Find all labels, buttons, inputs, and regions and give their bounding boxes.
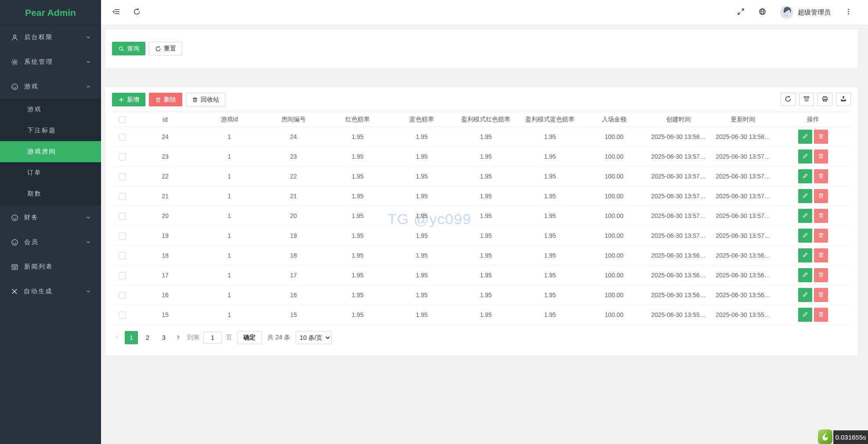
delete-row-button[interactable] xyxy=(814,189,828,203)
row-actions-cell xyxy=(775,266,851,285)
add-button[interactable]: 新增 xyxy=(112,93,145,106)
sidebar-item-backend-permission[interactable]: 后台权限 xyxy=(0,25,101,50)
delete-row-button[interactable] xyxy=(814,130,828,144)
delete-row-button[interactable] xyxy=(814,248,828,262)
sidebar-item-game[interactable]: 游戏 xyxy=(0,74,101,99)
cell-red_odds: 1.95 xyxy=(326,226,390,246)
delete-row-button[interactable] xyxy=(814,308,828,322)
row-checkbox-cell xyxy=(112,186,133,206)
edit-row-button[interactable] xyxy=(798,248,812,262)
trash-icon xyxy=(818,311,824,319)
row-checkbox[interactable] xyxy=(119,134,126,141)
language-button[interactable] xyxy=(759,8,766,17)
debug-time-badge: 0.031655s xyxy=(833,430,868,444)
cell-blue_odds: 1.95 xyxy=(390,285,454,305)
edit-row-button[interactable] xyxy=(798,209,812,223)
cell-entry_amount: 100.00 xyxy=(582,226,646,246)
reset-button[interactable]: 重置 xyxy=(149,42,182,55)
avatar xyxy=(780,6,793,19)
row-checkbox[interactable] xyxy=(119,252,126,259)
cell-red_odds: 1.95 xyxy=(326,167,390,186)
cell-profit_red_odds: 1.95 xyxy=(454,305,518,325)
sidebar-subitem-period[interactable]: 期数 xyxy=(0,183,101,204)
thinkphp-trace-icon[interactable] xyxy=(818,429,832,444)
export-button[interactable] xyxy=(836,93,851,106)
cell-game_id: 1 xyxy=(197,206,261,226)
trash-icon xyxy=(818,153,824,160)
sidebar-item-label: 游戏 xyxy=(24,83,39,91)
sidebar-subitem-bet-title[interactable]: 下注标题 xyxy=(0,120,101,141)
row-checkbox[interactable] xyxy=(119,153,126,160)
goto-page-input[interactable] xyxy=(203,331,222,344)
cell-blue_odds: 1.95 xyxy=(390,246,454,266)
table-tools xyxy=(781,93,851,106)
page-unit-label: 页 xyxy=(226,334,232,342)
refresh-button[interactable] xyxy=(781,93,796,106)
cell-entry_amount: 100.00 xyxy=(582,147,646,167)
data-table: id游戏id房间编号红色赔率蓝色赔率盈利模式红色赔率盈利模式蓝色赔率入场金额创建… xyxy=(112,112,851,325)
refresh-page-button[interactable] xyxy=(133,8,141,17)
edit-row-button[interactable] xyxy=(798,189,812,203)
select-all-checkbox[interactable] xyxy=(119,116,126,123)
delete-row-button[interactable] xyxy=(814,209,828,223)
delete-button[interactable]: 删除 xyxy=(149,93,182,106)
row-checkbox[interactable] xyxy=(119,292,126,299)
user-menu[interactable]: 超级管理员 xyxy=(780,6,831,19)
cell-profit_red_odds: 1.95 xyxy=(454,206,518,226)
cell-profit_red_odds: 1.95 xyxy=(454,226,518,246)
sidebar-subitem-game[interactable]: 游戏 xyxy=(0,99,101,120)
edit-icon xyxy=(802,212,808,220)
edit-row-button[interactable] xyxy=(798,229,812,243)
recycle-bin-button[interactable]: 回收站 xyxy=(186,93,225,106)
row-checkbox[interactable] xyxy=(119,312,126,319)
edit-row-button[interactable] xyxy=(798,308,812,322)
cell-red_odds: 1.95 xyxy=(326,186,390,206)
delete-row-button[interactable] xyxy=(814,229,828,243)
confirm-page-button[interactable]: 确定 xyxy=(237,331,262,344)
edit-row-button[interactable] xyxy=(798,149,812,164)
row-checkbox[interactable] xyxy=(119,233,126,240)
row-checkbox[interactable] xyxy=(119,173,126,180)
page-button-1[interactable]: 1 xyxy=(125,331,138,344)
delete-row-button[interactable] xyxy=(814,149,828,164)
edit-row-button[interactable] xyxy=(798,130,812,144)
smile-icon xyxy=(11,83,18,91)
sidebar-subitem-order[interactable]: 订单 xyxy=(0,162,101,183)
more-menu-button[interactable] xyxy=(845,8,852,17)
query-button[interactable]: 查询 xyxy=(112,42,145,55)
fullscreen-icon xyxy=(737,8,745,17)
sidebar-item-finance[interactable]: 财务 xyxy=(0,205,101,230)
app-logo: Pear Admin xyxy=(0,0,101,25)
edit-row-button[interactable] xyxy=(798,169,812,183)
prev-page-button[interactable] xyxy=(112,331,122,344)
collapse-sidebar-button[interactable] xyxy=(112,8,120,17)
row-checkbox[interactable] xyxy=(119,213,126,220)
chevron-right-icon xyxy=(175,334,181,342)
header-checkbox-cell xyxy=(112,112,133,127)
delete-row-button[interactable] xyxy=(814,169,828,183)
fullscreen-button[interactable] xyxy=(737,8,745,17)
edit-row-button[interactable] xyxy=(798,268,812,282)
cell-profit_blue_odds: 1.95 xyxy=(518,167,582,186)
print-button[interactable] xyxy=(817,93,832,106)
sidebar-item-system-management[interactable]: 系统管理 xyxy=(0,50,101,74)
table-row: 221221.951.951.951.95100.002025-06-30 13… xyxy=(112,167,851,186)
cell-blue_odds: 1.95 xyxy=(390,127,454,147)
row-checkbox[interactable] xyxy=(119,272,126,279)
delete-row-button[interactable] xyxy=(814,268,828,282)
sidebar-item-member[interactable]: 会员 xyxy=(0,230,101,255)
page-button-3[interactable]: 3 xyxy=(157,331,170,344)
page-size-select[interactable]: 10 条/页 xyxy=(296,331,332,344)
sidebar-item-label: 后台权限 xyxy=(24,33,53,41)
sidebar-item-auto-generate[interactable]: 自动生成 xyxy=(0,279,101,304)
next-page-button[interactable] xyxy=(174,331,183,344)
cell-blue_odds: 1.95 xyxy=(390,147,454,167)
page-button-2[interactable]: 2 xyxy=(141,331,154,344)
sidebar-subitem-game-room[interactable]: 游戏房间 xyxy=(0,141,101,162)
filter-columns-button[interactable] xyxy=(799,93,814,106)
row-checkbox[interactable] xyxy=(119,193,126,200)
cell-created_at: 2025-06-30 13:58… xyxy=(646,127,711,147)
edit-row-button[interactable] xyxy=(798,288,812,302)
sidebar-item-news-list[interactable]: 新闻列表 xyxy=(0,255,101,279)
delete-row-button[interactable] xyxy=(814,288,828,302)
